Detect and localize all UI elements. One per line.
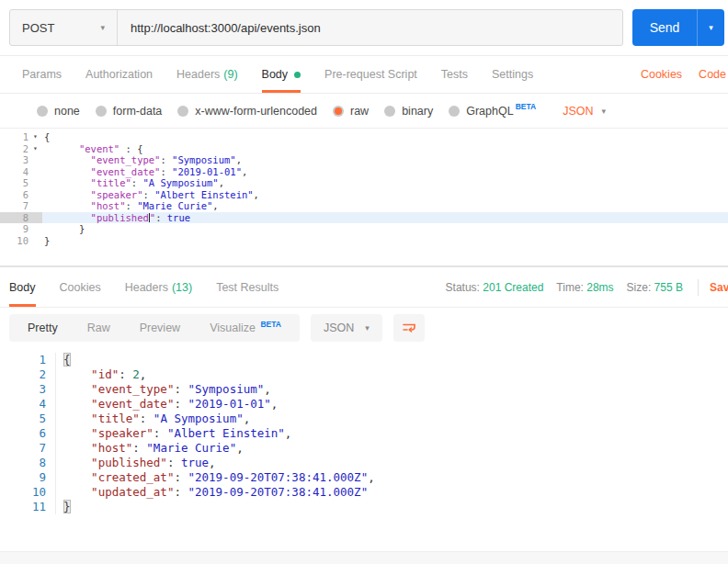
code-token: : xyxy=(142,189,154,200)
tab-pre-request-script[interactable]: Pre-request Script xyxy=(324,56,417,93)
time-value: 28ms xyxy=(586,281,613,294)
radio-form-data[interactable]: form-data xyxy=(96,105,163,118)
tab-response-headers[interactable]: Headers (13) xyxy=(125,267,192,307)
code-token: "event_date" xyxy=(91,166,161,177)
radio-graphql[interactable]: GraphQL BETA xyxy=(449,105,536,118)
line-gutter: 10 xyxy=(0,485,46,500)
tab-label: Params xyxy=(22,68,62,81)
send-button[interactable]: Send xyxy=(632,9,697,46)
code-line: 9 } xyxy=(0,223,728,235)
radio-binary[interactable]: binary xyxy=(384,105,433,118)
tab-authorization[interactable]: Authorization xyxy=(85,56,153,93)
fold-caret-icon[interactable]: ▾ xyxy=(28,143,42,155)
line-gutter: 4 xyxy=(0,166,42,178)
response-tab-bar: Body Cookies Headers (13) Test Results S… xyxy=(0,266,728,308)
code-token: true xyxy=(181,456,209,469)
tab-label: Authorization xyxy=(85,68,153,81)
save-response-button[interactable]: Save xyxy=(710,281,728,294)
code-token: , xyxy=(244,412,251,425)
code-token: , xyxy=(285,426,292,440)
line-number: 7 xyxy=(9,441,46,456)
tab-params[interactable]: Params xyxy=(22,56,62,93)
code-token: , xyxy=(212,200,218,211)
view-pretty[interactable]: Pretty xyxy=(13,321,73,334)
line-gutter: 7 xyxy=(0,200,42,212)
top-links: Cookies Code xyxy=(624,56,726,93)
tab-test-results[interactable]: Test Results xyxy=(216,267,279,307)
response-editor[interactable]: 1{2 "id": 2,3 "event_type": "Symposium",… xyxy=(0,347,728,551)
tab-headers[interactable]: Headers (9) xyxy=(176,56,238,93)
view-raw[interactable]: Raw xyxy=(73,321,125,334)
code-text: "id": 2, xyxy=(55,367,728,382)
radio-raw[interactable]: raw xyxy=(333,105,369,118)
radio-icon xyxy=(177,106,188,117)
tab-settings[interactable]: Settings xyxy=(492,56,533,93)
tab-body[interactable]: Body xyxy=(262,56,301,93)
line-number: 7 xyxy=(5,200,28,212)
code-text: "speaker": "Albert Einstein", xyxy=(55,426,728,441)
line-gutter: 3 xyxy=(0,154,42,166)
code-line: 9 "created_at": "2019-09-20T07:38:41.000… xyxy=(0,470,728,485)
view-visualize[interactable]: Visualize BETA xyxy=(195,321,296,334)
chevron-down-icon: ▾ xyxy=(100,23,105,32)
code-line: 11} xyxy=(0,500,728,514)
line-gutter: 9 xyxy=(0,223,42,235)
code-token xyxy=(44,200,91,211)
code-line: 1{ xyxy=(0,353,728,367)
radio-label: form-data xyxy=(113,105,163,118)
code-link[interactable]: Code xyxy=(699,68,726,81)
fold-caret-icon[interactable]: ▾ xyxy=(28,131,42,143)
code-token: "2019-01-01" xyxy=(172,166,242,177)
code-line: 3 "event_type": "Symposium", xyxy=(0,382,728,397)
code-token: : xyxy=(126,200,138,211)
code-line: 5 "title": "A Symposium", xyxy=(0,412,728,426)
tab-tests[interactable]: Tests xyxy=(441,56,468,93)
code-token: , xyxy=(236,441,244,455)
code-token: { xyxy=(63,353,71,367)
format-label: JSON xyxy=(324,321,354,334)
code-token: } xyxy=(44,235,50,246)
response-format-select[interactable]: JSON ▾ xyxy=(311,314,382,342)
code-line: 3 "event_type": "Symposium", xyxy=(0,154,728,166)
radio-x-www-form-urlencoded[interactable]: x-www-form-urlencoded xyxy=(177,105,317,118)
code-token: , xyxy=(140,367,147,381)
code-token: 2 xyxy=(132,367,140,381)
wrap-text-icon xyxy=(402,321,416,334)
code-line: 1▾{ xyxy=(0,131,728,143)
code-token xyxy=(44,212,91,223)
url-input[interactable]: http://localhost:3000/api/events.json xyxy=(118,10,622,45)
line-number: 2 xyxy=(5,143,28,155)
beta-badge: BETA xyxy=(516,102,537,111)
chevron-down-icon: ▾ xyxy=(601,107,606,116)
cookies-link[interactable]: Cookies xyxy=(641,68,682,81)
code-token xyxy=(63,412,91,425)
code-token: } xyxy=(44,223,85,234)
line-number: 6 xyxy=(9,426,46,441)
method-select[interactable]: POST ▾ xyxy=(10,10,118,45)
line-gutter: 8 xyxy=(0,212,42,224)
url-text: http://localhost:3000/api/events.json xyxy=(131,21,321,35)
code-token xyxy=(63,485,91,499)
wrap-text-button[interactable] xyxy=(393,314,425,342)
request-editor[interactable]: 1▾{2▾ "event" : {3 "event_type": "Sympos… xyxy=(0,129,728,266)
divider xyxy=(698,279,699,296)
view-preview[interactable]: Preview xyxy=(125,321,195,334)
status-bar xyxy=(0,551,728,564)
code-token: : xyxy=(174,470,188,484)
line-gutter: 1 xyxy=(0,353,46,367)
code-text: "host": "Marie Curie", xyxy=(55,441,728,456)
code-line: 4 "event_date": "2019-01-01", xyxy=(0,397,728,412)
send-options-button[interactable]: ▾ xyxy=(697,9,724,46)
radio-label: binary xyxy=(402,105,433,118)
line-gutter: 3 xyxy=(0,382,46,397)
raw-format-select[interactable]: JSON ▾ xyxy=(563,105,606,118)
code-token: "title" xyxy=(91,177,131,188)
tab-response-body[interactable]: Body xyxy=(9,267,36,307)
radio-icon xyxy=(37,106,48,117)
tab-response-cookies[interactable]: Cookies xyxy=(60,267,101,307)
code-token: : xyxy=(140,412,154,425)
request-url-bar: POST ▾ http://localhost:3000/api/events.… xyxy=(9,9,623,46)
code-token: : xyxy=(154,426,167,440)
code-token: "title" xyxy=(91,412,140,425)
radio-none[interactable]: none xyxy=(37,105,80,118)
